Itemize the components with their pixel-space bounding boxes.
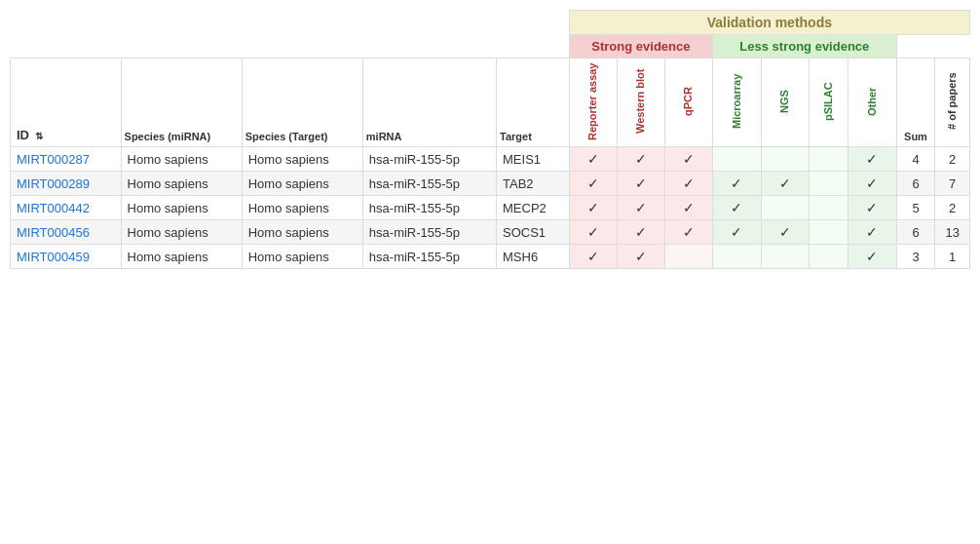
- checkmark-icon: ✓: [683, 175, 695, 191]
- cell-microarray: ✓: [713, 220, 762, 245]
- reporter-assay-header: Reporter assay: [569, 58, 617, 147]
- cell-papers: 2: [935, 147, 970, 172]
- strong-evidence-header: Strong evidence: [569, 35, 712, 58]
- cell-western_blot: ✓: [617, 245, 664, 269]
- cell-qpcr: [664, 245, 712, 269]
- cell-reporter_assay: ✓: [569, 196, 617, 220]
- table-body: MIRT000287Homo sapiensHomo sapienshsa-mi…: [11, 147, 970, 269]
- cell-mirna: hsa-miR-155-5p: [362, 147, 496, 172]
- western-blot-label: Western blot: [634, 62, 647, 140]
- row-id-link[interactable]: MIRT000289: [17, 176, 90, 191]
- row-id-link[interactable]: MIRT000456: [17, 225, 90, 240]
- cell-sum: 3: [896, 245, 935, 269]
- other-label: Other: [866, 62, 879, 140]
- checkmark-icon: ✓: [866, 151, 878, 167]
- cell-psilac: [810, 172, 848, 196]
- checkmark-icon: ✓: [866, 249, 878, 264]
- species-mirna-label: Species (miRNA): [125, 131, 211, 142]
- cell-papers: 7: [935, 172, 970, 196]
- cell-species_target: Homo sapiens: [242, 220, 362, 245]
- species-target-header: Species (Target): [242, 58, 362, 147]
- id-column-header[interactable]: ID ⇅: [11, 58, 122, 147]
- cell-species_mirna: Homo sapiens: [121, 245, 242, 269]
- results-table: Validation methods Strong evidence Less …: [10, 10, 970, 269]
- cell-ngs: [761, 245, 810, 269]
- cell-microarray: ✓: [713, 172, 762, 196]
- species-mirna-header: Species (miRNA): [121, 58, 242, 147]
- table-row: MIRT000456Homo sapiensHomo sapienshsa-mi…: [11, 220, 970, 245]
- row-id-link[interactable]: MIRT000287: [17, 152, 90, 167]
- mirna-header: miRNA: [362, 58, 496, 147]
- cell-mirna: hsa-miR-155-5p: [362, 220, 496, 245]
- row-id-link[interactable]: MIRT000459: [17, 250, 90, 264]
- table-row: MIRT000289Homo sapiensHomo sapienshsa-mi…: [11, 172, 970, 196]
- cell-target: MECP2: [497, 196, 570, 220]
- row-id-link[interactable]: MIRT000442: [17, 201, 90, 215]
- cell-qpcr: ✓: [664, 172, 712, 196]
- cell-microarray: [713, 245, 762, 269]
- cell-target: TAB2: [497, 172, 570, 196]
- target-label: Target: [500, 131, 532, 142]
- sort-icon[interactable]: ⇅: [35, 131, 43, 141]
- western-blot-header: Western blot: [617, 58, 664, 147]
- other-header: Other: [848, 58, 897, 147]
- table-row: MIRT000442Homo sapiensHomo sapienshsa-mi…: [11, 196, 970, 220]
- checkmark-icon: ✓: [683, 151, 695, 167]
- cell-psilac: [810, 220, 848, 245]
- checkmark-icon: ✓: [635, 200, 647, 215]
- validation-methods-header: Validation methods: [569, 11, 969, 35]
- cell-ngs: [761, 147, 810, 172]
- cell-other: ✓: [848, 147, 897, 172]
- checkmark-icon: ✓: [587, 200, 599, 215]
- cell-ngs: ✓: [761, 172, 810, 196]
- papers-header: # of papers: [935, 58, 970, 147]
- sum-label: Sum: [904, 131, 927, 142]
- cell-reporter_assay: ✓: [569, 147, 617, 172]
- checkmark-icon: ✓: [779, 224, 791, 240]
- cell-other: ✓: [848, 172, 897, 196]
- cell-psilac: [810, 245, 848, 269]
- less-strong-evidence-header: Less strong evidence: [713, 35, 896, 58]
- id-label: ID: [17, 128, 29, 142]
- checkmark-icon: ✓: [635, 249, 647, 264]
- ngs-header: NGS: [761, 58, 810, 147]
- table-row: MIRT000459Homo sapiensHomo sapienshsa-mi…: [11, 245, 970, 269]
- cell-mirna: hsa-miR-155-5p: [362, 196, 496, 220]
- checkmark-icon: ✓: [779, 175, 791, 191]
- cell-species_mirna: Homo sapiens: [121, 172, 242, 196]
- microarray-label: Microarray: [731, 62, 743, 140]
- cell-papers: 2: [935, 196, 970, 220]
- checkmark-icon: ✓: [731, 175, 742, 191]
- cell-sum: 4: [896, 147, 935, 172]
- checkmark-icon: ✓: [866, 175, 878, 191]
- checkmark-icon: ✓: [635, 151, 647, 167]
- cell-species_target: Homo sapiens: [242, 147, 362, 172]
- cell-sum: 5: [896, 196, 935, 220]
- cell-qpcr: ✓: [664, 147, 712, 172]
- cell-microarray: ✓: [713, 196, 762, 220]
- cell-species_target: Homo sapiens: [242, 172, 362, 196]
- cell-mirna: hsa-miR-155-5p: [362, 245, 496, 269]
- mirna-label: miRNA: [366, 131, 402, 142]
- cell-psilac: [810, 196, 848, 220]
- cell-species_target: Homo sapiens: [242, 196, 362, 220]
- checkmark-icon: ✓: [587, 175, 599, 191]
- cell-reporter_assay: ✓: [569, 172, 617, 196]
- cell-qpcr: ✓: [664, 220, 712, 245]
- cell-papers: 1: [935, 245, 970, 269]
- less-strong-evidence-label: Less strong evidence: [739, 39, 869, 54]
- cell-western_blot: ✓: [617, 196, 664, 220]
- cell-microarray: [713, 147, 762, 172]
- sum-header: Sum: [896, 58, 935, 147]
- cell-ngs: [761, 196, 810, 220]
- reporter-assay-label: Reporter assay: [586, 62, 599, 140]
- checkmark-icon: ✓: [866, 200, 878, 215]
- checkmark-icon: ✓: [635, 175, 647, 191]
- checkmark-icon: ✓: [587, 249, 599, 264]
- cell-species_mirna: Homo sapiens: [121, 147, 242, 172]
- cell-reporter_assay: ✓: [569, 245, 617, 269]
- cell-target: MEIS1: [497, 147, 570, 172]
- cell-target: MSH6: [497, 245, 570, 269]
- cell-species_target: Homo sapiens: [242, 245, 362, 269]
- cell-western_blot: ✓: [617, 220, 664, 245]
